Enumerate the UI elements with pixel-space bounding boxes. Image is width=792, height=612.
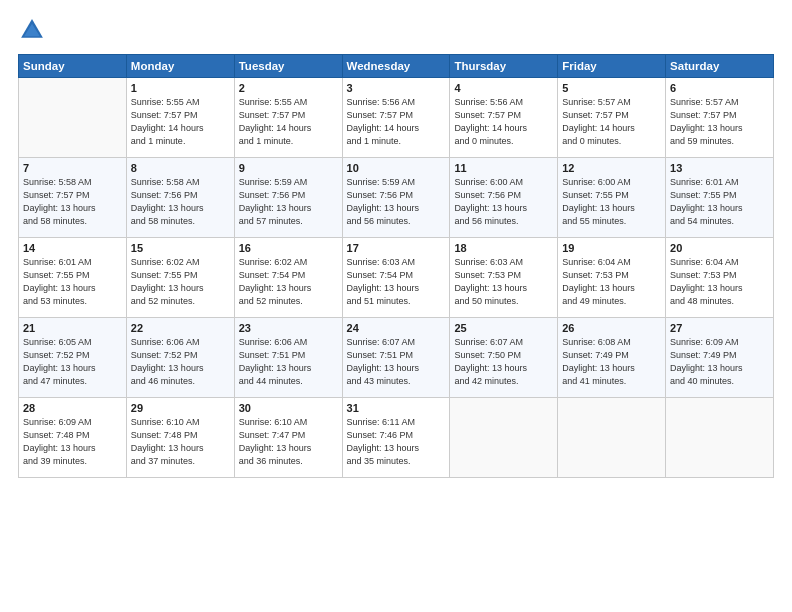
calendar-cell: 15Sunrise: 6:02 AM Sunset: 7:55 PM Dayli… — [126, 238, 234, 318]
calendar-cell: 10Sunrise: 5:59 AM Sunset: 7:56 PM Dayli… — [342, 158, 450, 238]
cell-info: Sunrise: 5:57 AM Sunset: 7:57 PM Dayligh… — [562, 96, 661, 148]
logo — [18, 16, 50, 44]
calendar-cell: 9Sunrise: 5:59 AM Sunset: 7:56 PM Daylig… — [234, 158, 342, 238]
day-number: 12 — [562, 162, 661, 174]
day-number: 4 — [454, 82, 553, 94]
day-number: 10 — [347, 162, 446, 174]
week-row-1: 1Sunrise: 5:55 AM Sunset: 7:57 PM Daylig… — [19, 78, 774, 158]
cell-info: Sunrise: 6:02 AM Sunset: 7:54 PM Dayligh… — [239, 256, 338, 308]
calendar-cell: 20Sunrise: 6:04 AM Sunset: 7:53 PM Dayli… — [666, 238, 774, 318]
day-number: 1 — [131, 82, 230, 94]
cell-info: Sunrise: 5:55 AM Sunset: 7:57 PM Dayligh… — [239, 96, 338, 148]
week-row-4: 21Sunrise: 6:05 AM Sunset: 7:52 PM Dayli… — [19, 318, 774, 398]
day-number: 19 — [562, 242, 661, 254]
calendar-cell: 12Sunrise: 6:00 AM Sunset: 7:55 PM Dayli… — [558, 158, 666, 238]
calendar-cell — [666, 398, 774, 478]
cell-info: Sunrise: 5:56 AM Sunset: 7:57 PM Dayligh… — [347, 96, 446, 148]
calendar-cell: 25Sunrise: 6:07 AM Sunset: 7:50 PM Dayli… — [450, 318, 558, 398]
cell-info: Sunrise: 6:02 AM Sunset: 7:55 PM Dayligh… — [131, 256, 230, 308]
day-header-friday: Friday — [558, 55, 666, 78]
calendar-cell: 27Sunrise: 6:09 AM Sunset: 7:49 PM Dayli… — [666, 318, 774, 398]
week-row-3: 14Sunrise: 6:01 AM Sunset: 7:55 PM Dayli… — [19, 238, 774, 318]
header — [18, 16, 774, 44]
day-number: 14 — [23, 242, 122, 254]
day-number: 20 — [670, 242, 769, 254]
calendar-cell: 2Sunrise: 5:55 AM Sunset: 7:57 PM Daylig… — [234, 78, 342, 158]
day-number: 31 — [347, 402, 446, 414]
day-number: 16 — [239, 242, 338, 254]
cell-info: Sunrise: 6:01 AM Sunset: 7:55 PM Dayligh… — [23, 256, 122, 308]
day-number: 15 — [131, 242, 230, 254]
day-number: 21 — [23, 322, 122, 334]
calendar-cell: 28Sunrise: 6:09 AM Sunset: 7:48 PM Dayli… — [19, 398, 127, 478]
cell-info: Sunrise: 6:10 AM Sunset: 7:47 PM Dayligh… — [239, 416, 338, 468]
calendar-cell: 6Sunrise: 5:57 AM Sunset: 7:57 PM Daylig… — [666, 78, 774, 158]
calendar-cell: 1Sunrise: 5:55 AM Sunset: 7:57 PM Daylig… — [126, 78, 234, 158]
day-number: 25 — [454, 322, 553, 334]
day-number: 13 — [670, 162, 769, 174]
cell-info: Sunrise: 5:58 AM Sunset: 7:56 PM Dayligh… — [131, 176, 230, 228]
cell-info: Sunrise: 6:09 AM Sunset: 7:49 PM Dayligh… — [670, 336, 769, 388]
day-number: 5 — [562, 82, 661, 94]
cell-info: Sunrise: 6:03 AM Sunset: 7:53 PM Dayligh… — [454, 256, 553, 308]
day-number: 8 — [131, 162, 230, 174]
calendar-cell: 31Sunrise: 6:11 AM Sunset: 7:46 PM Dayli… — [342, 398, 450, 478]
day-header-sunday: Sunday — [19, 55, 127, 78]
day-number: 30 — [239, 402, 338, 414]
calendar-cell — [19, 78, 127, 158]
cell-info: Sunrise: 5:59 AM Sunset: 7:56 PM Dayligh… — [239, 176, 338, 228]
day-number: 24 — [347, 322, 446, 334]
cell-info: Sunrise: 6:01 AM Sunset: 7:55 PM Dayligh… — [670, 176, 769, 228]
cell-info: Sunrise: 6:07 AM Sunset: 7:51 PM Dayligh… — [347, 336, 446, 388]
day-number: 11 — [454, 162, 553, 174]
calendar-cell: 17Sunrise: 6:03 AM Sunset: 7:54 PM Dayli… — [342, 238, 450, 318]
day-number: 23 — [239, 322, 338, 334]
calendar-cell: 18Sunrise: 6:03 AM Sunset: 7:53 PM Dayli… — [450, 238, 558, 318]
calendar-cell: 3Sunrise: 5:56 AM Sunset: 7:57 PM Daylig… — [342, 78, 450, 158]
calendar-table: SundayMondayTuesdayWednesdayThursdayFrid… — [18, 54, 774, 478]
cell-info: Sunrise: 5:55 AM Sunset: 7:57 PM Dayligh… — [131, 96, 230, 148]
cell-info: Sunrise: 5:59 AM Sunset: 7:56 PM Dayligh… — [347, 176, 446, 228]
calendar-cell — [558, 398, 666, 478]
cell-info: Sunrise: 5:56 AM Sunset: 7:57 PM Dayligh… — [454, 96, 553, 148]
day-header-wednesday: Wednesday — [342, 55, 450, 78]
cell-info: Sunrise: 6:06 AM Sunset: 7:51 PM Dayligh… — [239, 336, 338, 388]
day-header-monday: Monday — [126, 55, 234, 78]
cell-info: Sunrise: 6:05 AM Sunset: 7:52 PM Dayligh… — [23, 336, 122, 388]
day-number: 26 — [562, 322, 661, 334]
calendar-cell: 5Sunrise: 5:57 AM Sunset: 7:57 PM Daylig… — [558, 78, 666, 158]
calendar-cell: 23Sunrise: 6:06 AM Sunset: 7:51 PM Dayli… — [234, 318, 342, 398]
calendar-cell: 11Sunrise: 6:00 AM Sunset: 7:56 PM Dayli… — [450, 158, 558, 238]
day-header-saturday: Saturday — [666, 55, 774, 78]
page: SundayMondayTuesdayWednesdayThursdayFrid… — [0, 0, 792, 612]
day-number: 29 — [131, 402, 230, 414]
cell-info: Sunrise: 6:04 AM Sunset: 7:53 PM Dayligh… — [562, 256, 661, 308]
calendar-cell: 8Sunrise: 5:58 AM Sunset: 7:56 PM Daylig… — [126, 158, 234, 238]
calendar-cell: 22Sunrise: 6:06 AM Sunset: 7:52 PM Dayli… — [126, 318, 234, 398]
calendar-cell: 19Sunrise: 6:04 AM Sunset: 7:53 PM Dayli… — [558, 238, 666, 318]
week-row-5: 28Sunrise: 6:09 AM Sunset: 7:48 PM Dayli… — [19, 398, 774, 478]
day-number: 7 — [23, 162, 122, 174]
cell-info: Sunrise: 6:10 AM Sunset: 7:48 PM Dayligh… — [131, 416, 230, 468]
cell-info: Sunrise: 6:11 AM Sunset: 7:46 PM Dayligh… — [347, 416, 446, 468]
day-number: 6 — [670, 82, 769, 94]
header-row: SundayMondayTuesdayWednesdayThursdayFrid… — [19, 55, 774, 78]
cell-info: Sunrise: 6:04 AM Sunset: 7:53 PM Dayligh… — [670, 256, 769, 308]
day-number: 22 — [131, 322, 230, 334]
day-header-tuesday: Tuesday — [234, 55, 342, 78]
calendar-cell: 30Sunrise: 6:10 AM Sunset: 7:47 PM Dayli… — [234, 398, 342, 478]
cell-info: Sunrise: 5:58 AM Sunset: 7:57 PM Dayligh… — [23, 176, 122, 228]
cell-info: Sunrise: 6:00 AM Sunset: 7:56 PM Dayligh… — [454, 176, 553, 228]
day-number: 2 — [239, 82, 338, 94]
cell-info: Sunrise: 6:08 AM Sunset: 7:49 PM Dayligh… — [562, 336, 661, 388]
cell-info: Sunrise: 6:09 AM Sunset: 7:48 PM Dayligh… — [23, 416, 122, 468]
cell-info: Sunrise: 6:00 AM Sunset: 7:55 PM Dayligh… — [562, 176, 661, 228]
calendar-cell — [450, 398, 558, 478]
calendar-cell: 26Sunrise: 6:08 AM Sunset: 7:49 PM Dayli… — [558, 318, 666, 398]
calendar-cell: 14Sunrise: 6:01 AM Sunset: 7:55 PM Dayli… — [19, 238, 127, 318]
cell-info: Sunrise: 6:03 AM Sunset: 7:54 PM Dayligh… — [347, 256, 446, 308]
day-number: 3 — [347, 82, 446, 94]
calendar-cell: 4Sunrise: 5:56 AM Sunset: 7:57 PM Daylig… — [450, 78, 558, 158]
cell-info: Sunrise: 5:57 AM Sunset: 7:57 PM Dayligh… — [670, 96, 769, 148]
calendar-cell: 7Sunrise: 5:58 AM Sunset: 7:57 PM Daylig… — [19, 158, 127, 238]
